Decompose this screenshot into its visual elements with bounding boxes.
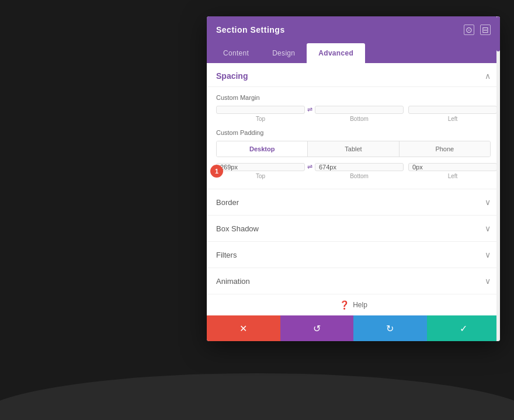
- save-button[interactable]: ✓: [427, 315, 501, 341]
- device-tabs: Desktop Tablet Phone: [216, 141, 491, 157]
- settings-icon[interactable]: ⊙: [464, 25, 474, 35]
- box-shadow-chevron-icon: ∨: [485, 224, 491, 233]
- border-label: Border: [216, 198, 239, 207]
- padding-bottom-label: Bottom: [350, 173, 369, 179]
- filters-label: Filters: [216, 251, 237, 259]
- custom-margin-section: Custom Margin Top ⇌ Bottom: [207, 87, 500, 129]
- device-tab-phone[interactable]: Phone: [400, 141, 490, 157]
- margin-bottom-group: Bottom: [315, 106, 404, 122]
- tab-design[interactable]: Design: [261, 43, 307, 63]
- device-tab-desktop[interactable]: Desktop: [217, 141, 308, 157]
- scrollbar-track: [496, 16, 500, 341]
- padding-top-group: Top: [216, 163, 305, 179]
- margin-left-group: Left: [408, 106, 497, 122]
- padding-left-input[interactable]: [408, 163, 497, 171]
- wave-decoration: [0, 373, 514, 420]
- margin-left-label: Left: [448, 116, 458, 122]
- box-shadow-section[interactable]: Box Shadow ∨: [207, 215, 500, 241]
- redo-button[interactable]: ↻: [353, 315, 427, 341]
- padding-top-label: Top: [256, 173, 265, 179]
- modal-title: Section Settings: [216, 25, 285, 34]
- margin-link-left-icon[interactable]: ⇌: [305, 106, 315, 122]
- margin-top-label: Top: [256, 116, 265, 122]
- help-text: Help: [353, 301, 367, 309]
- border-chevron-icon: ∨: [485, 197, 491, 207]
- cancel-button[interactable]: ✕: [207, 315, 280, 341]
- animation-chevron-icon: ∨: [485, 276, 491, 286]
- padding-bottom-group: Bottom: [315, 163, 404, 179]
- modal-header: Section Settings ⊙ ⊟: [207, 16, 500, 43]
- box-shadow-label: Box Shadow: [216, 224, 259, 233]
- custom-margin-label: Custom Margin: [216, 94, 491, 101]
- margin-left-input[interactable]: [408, 106, 497, 114]
- badge-1: 1: [210, 165, 223, 178]
- expand-icon[interactable]: ⊟: [480, 25, 491, 35]
- margin-inputs-row: Top ⇌ Bottom Left ⇌: [216, 106, 491, 122]
- tab-content[interactable]: Content: [211, 43, 261, 63]
- modal-footer: ❓ Help: [207, 294, 500, 315]
- spacing-chevron-icon: ∧: [485, 71, 491, 81]
- padding-bottom-input[interactable]: [315, 163, 404, 171]
- modal-body: Spacing ∧ Custom Margin Top ⇌ Bottom: [207, 63, 500, 315]
- custom-padding-label: Custom Padding: [216, 129, 491, 136]
- tabs-row: Content Design Advanced: [207, 43, 500, 63]
- scrollbar-thumb[interactable]: [496, 16, 500, 51]
- padding-top-input[interactable]: [216, 163, 305, 171]
- section-settings-modal: Section Settings ⊙ ⊟ Content Design Adva…: [207, 16, 500, 341]
- spacing-title: Spacing: [216, 71, 248, 81]
- padding-inputs-row: Top ⇌ Bottom Left ⇌: [216, 163, 491, 179]
- border-section[interactable]: Border ∨: [207, 189, 500, 215]
- padding-left-group: Left: [408, 163, 497, 179]
- padding-link-left-icon[interactable]: ⇌: [305, 163, 315, 179]
- action-buttons: ✕ ↺ ↻ ✓: [207, 315, 500, 341]
- header-icons: ⊙ ⊟: [464, 25, 491, 35]
- undo-button[interactable]: ↺: [280, 315, 354, 341]
- device-tab-tablet[interactable]: Tablet: [308, 141, 399, 157]
- margin-bottom-input[interactable]: [315, 106, 404, 114]
- spacing-section-header[interactable]: Spacing ∧: [207, 63, 500, 87]
- help-circle-icon: ❓: [339, 300, 349, 310]
- padding-left-label: Left: [448, 173, 458, 179]
- margin-top-group: Top: [216, 106, 305, 122]
- padding-row-wrapper: 1 Top ⇌ Bottom: [216, 163, 491, 179]
- filters-chevron-icon: ∨: [485, 250, 491, 259]
- margin-top-input[interactable]: [216, 106, 305, 114]
- animation-label: Animation: [216, 277, 250, 286]
- filters-section[interactable]: Filters ∨: [207, 241, 500, 268]
- margin-bottom-label: Bottom: [350, 116, 369, 122]
- animation-section[interactable]: Animation ∨: [207, 268, 500, 294]
- tab-advanced[interactable]: Advanced: [307, 43, 365, 63]
- custom-padding-section: Custom Padding Desktop Tablet Phone 1: [207, 129, 500, 189]
